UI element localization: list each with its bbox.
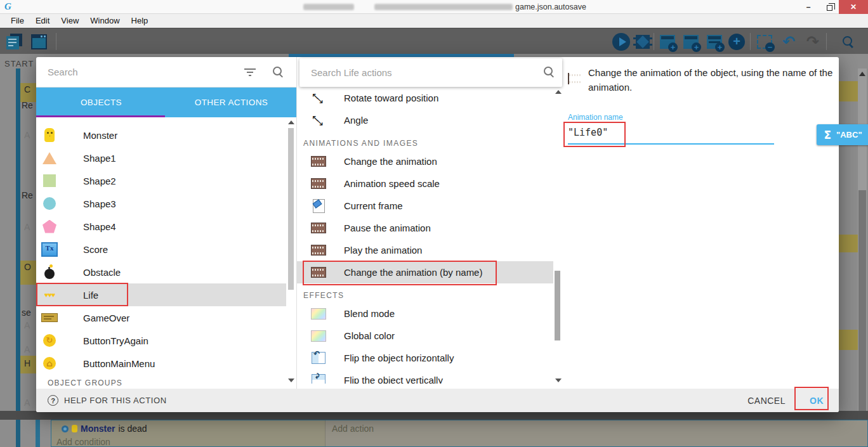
- action-list-scrollbar[interactable]: [553, 87, 562, 384]
- redacted-title-path: [374, 4, 513, 10]
- menu-item[interactable]: Help: [126, 16, 154, 25]
- restore-icon: [827, 5, 832, 11]
- add-action-link[interactable]: Add action: [332, 424, 374, 434]
- app-logo-icon: G: [4, 1, 11, 12]
- search-icon[interactable]: [839, 32, 858, 51]
- scene-editor-icon[interactable]: [29, 32, 48, 51]
- object-search-placeholder: Search: [48, 67, 78, 77]
- object-list-item[interactable]: ButtonMainMenu: [36, 352, 286, 375]
- action-list-item[interactable]: Animation speed scale: [297, 172, 553, 195]
- event-actions-cell[interactable]: Add action: [326, 420, 867, 446]
- action-list-item[interactable]: Angle: [297, 109, 553, 131]
- minimize-button[interactable]: –: [798, 0, 819, 14]
- annotation-box: [563, 122, 626, 147]
- object-name: Shape3: [83, 198, 116, 209]
- action-list-item[interactable]: EFFECTS: [297, 283, 553, 302]
- restore-button[interactable]: [820, 0, 839, 14]
- add-subevent-icon[interactable]: [705, 32, 724, 51]
- scroll-down-icon[interactable]: [555, 379, 562, 382]
- object-list-item[interactable]: Monster: [36, 124, 286, 146]
- toolbar-separator: [654, 33, 654, 50]
- remove-event-icon[interactable]: [755, 32, 774, 51]
- object-list-item[interactable]: Shape4: [36, 215, 286, 238]
- event-text-fragment: A: [24, 320, 30, 330]
- menu-item[interactable]: Edit: [30, 16, 55, 25]
- object-list-item[interactable]: Shape3: [36, 192, 286, 215]
- object-list-item[interactable]: Shape1: [36, 146, 286, 169]
- add-condition-link[interactable]: Add condition: [56, 437, 110, 447]
- events-divider-strip: [0, 411, 868, 420]
- scroll-up-icon[interactable]: [555, 90, 562, 94]
- action-list-item[interactable]: Rotate toward position: [297, 87, 553, 109]
- event-text-fragment: C: [24, 84, 30, 94]
- event-conditions-cell[interactable]: Monster is dead Add condition: [51, 420, 326, 446]
- action-label: Angle: [344, 115, 368, 126]
- action-list-item[interactable]: Play the animation: [297, 239, 553, 261]
- objects-panel: Search OBJECTS OTHER ACTIONS Monster: [36, 57, 296, 389]
- action-list-item[interactable]: Flip the object vertically: [297, 369, 553, 384]
- help-for-this-action-button[interactable]: ? HELP FOR THIS ACTION: [48, 395, 167, 406]
- action-label: Pause the animation: [344, 223, 431, 233]
- action-label: Global color: [344, 330, 395, 341]
- object-name: Shape2: [83, 176, 116, 186]
- action-list-item[interactable]: Blend mode: [297, 302, 553, 325]
- action-icon: [311, 154, 326, 169]
- events-sheet-icon[interactable]: [5, 32, 24, 51]
- menu-item[interactable]: File: [5, 16, 30, 25]
- cancel-button[interactable]: CANCEL: [747, 396, 786, 406]
- add-new-event-icon[interactable]: +: [727, 32, 746, 51]
- scroll-down-icon[interactable]: [288, 379, 294, 382]
- action-icon: [311, 113, 326, 128]
- debug-icon[interactable]: [633, 32, 652, 51]
- play-icon[interactable]: [612, 32, 631, 51]
- tab-other-actions[interactable]: OTHER ACTIONS: [166, 87, 296, 117]
- object-name: ButtonTryAgain: [83, 335, 148, 346]
- action-icon: [311, 198, 326, 214]
- object-list-item[interactable]: Obstacle: [36, 261, 286, 283]
- object-groups-header: OBJECT GROUPS: [48, 379, 122, 387]
- action-list-item[interactable]: Pause the animation: [297, 217, 553, 239]
- action-list-item[interactable]: Flip the object horizontally: [297, 347, 553, 369]
- action-search-placeholder: Search Life actions: [311, 67, 392, 78]
- action-icon: [311, 351, 326, 366]
- object-list-item[interactable]: Shape2: [36, 169, 286, 192]
- scrollbar-thumb[interactable]: [288, 128, 294, 290]
- action-label: Animation speed scale: [344, 178, 440, 189]
- object-list-item[interactable]: GameOver: [36, 306, 286, 329]
- scrollbar-thumb[interactable]: [555, 271, 560, 340]
- redacted-title-text: [303, 4, 354, 10]
- action-description: Change the animation of the object, usin…: [588, 65, 837, 95]
- event-text-fragment: A: [24, 398, 30, 408]
- action-icon: [311, 176, 326, 191]
- action-search-field[interactable]: Search Life actions: [299, 58, 562, 87]
- add-comment-event-icon[interactable]: [681, 32, 700, 51]
- object-icon: [41, 195, 58, 212]
- tab-objects[interactable]: OBJECTS: [36, 87, 166, 117]
- action-list-item[interactable]: Global color: [297, 325, 553, 347]
- scroll-up-icon[interactable]: [288, 120, 294, 124]
- object-list-item[interactable]: ButtonTryAgain: [36, 329, 286, 352]
- event-highlight-block: [839, 330, 858, 350]
- object-list-item[interactable]: Score: [36, 238, 286, 261]
- menu-item[interactable]: Window: [84, 16, 125, 25]
- selected-event-row[interactable]: Monster is dead Add condition Add action: [51, 420, 868, 447]
- menu-item[interactable]: View: [55, 16, 84, 25]
- close-button[interactable]: ✕: [839, 0, 868, 14]
- undo-icon[interactable]: ↶: [779, 32, 798, 51]
- action-list: Rotate toward position Angle ANIMATIONS …: [297, 87, 553, 384]
- filter-icon[interactable]: [244, 68, 256, 76]
- action-list-item[interactable]: Current frame: [297, 195, 553, 217]
- events-scrollbar-thumb[interactable]: [858, 190, 866, 434]
- object-list-scrollbar[interactable]: [286, 117, 296, 384]
- redo-icon[interactable]: ↷: [803, 32, 822, 51]
- annotation-box: [303, 261, 497, 285]
- action-list-item[interactable]: ANIMATIONS AND IMAGES: [297, 131, 553, 150]
- object-search-field[interactable]: Search: [36, 57, 296, 87]
- action-list-item[interactable]: Change the animation: [297, 150, 553, 172]
- add-event-icon[interactable]: [658, 32, 677, 51]
- event-text-fragment: A: [24, 344, 30, 354]
- expression-editor-button[interactable]: Σ "ABC": [817, 124, 868, 145]
- action-label: Blend mode: [344, 308, 395, 319]
- scroll-up-icon[interactable]: [859, 72, 865, 76]
- annotation-box: [36, 283, 128, 306]
